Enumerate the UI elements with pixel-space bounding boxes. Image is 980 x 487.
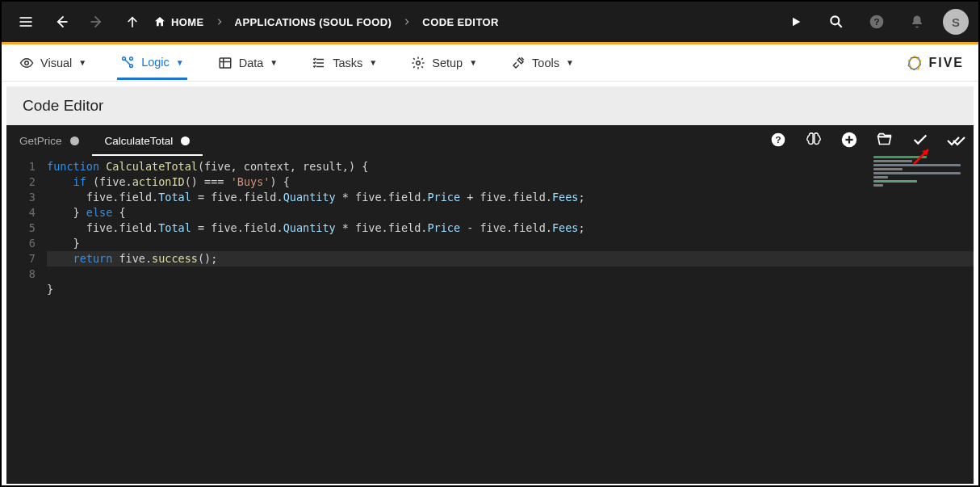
file-tab-label: GetPrice [19, 135, 62, 147]
breadcrumb: HOME APPLICATIONS (SOUL FOOD) CODE EDITO… [153, 15, 499, 28]
tab-setup[interactable]: Setup ▼ [408, 48, 480, 78]
unsaved-dot-icon [70, 136, 79, 145]
code-content[interactable]: function CalculateTotal(five, context, r… [47, 156, 974, 484]
up-icon[interactable] [118, 7, 147, 36]
topbar-right: ? S [781, 7, 969, 36]
line-number: 5 [15, 220, 36, 236]
logo-text: FIVE [928, 56, 964, 70]
forward-icon [82, 7, 111, 36]
file-tab-getprice[interactable]: GetPrice [6, 125, 92, 156]
editor-help-icon[interactable]: ? [767, 128, 789, 151]
file-tab-calculatetotal[interactable]: CalculateTotal [92, 125, 203, 156]
tab-tasks-label: Tasks [333, 57, 362, 69]
chevron-right-icon [398, 18, 416, 26]
breadcrumb-page-label: CODE EDITOR [422, 16, 498, 28]
code-area[interactable]: 1 2 3 4 5 6 7 8 function CalculateTotal(… [6, 156, 974, 484]
breadcrumb-applications[interactable]: APPLICATIONS (SOUL FOOD) [235, 16, 392, 28]
check-all-icon[interactable] [944, 128, 967, 151]
chevron-down-icon: ▼ [566, 58, 574, 67]
line-number: 3 [15, 190, 36, 205]
logo-icon [906, 54, 923, 72]
folder-open-icon[interactable] [873, 128, 896, 151]
five-logo: FIVE [906, 54, 964, 72]
chevron-down-icon: ▼ [78, 58, 86, 67]
breadcrumb-home[interactable]: HOME [153, 15, 204, 28]
tab-data[interactable]: Data ▼ [215, 48, 282, 78]
svg-point-13 [130, 65, 133, 68]
svg-point-11 [25, 61, 29, 65]
chevron-down-icon: ▼ [369, 58, 377, 67]
tab-logic[interactable]: Logic ▼ [117, 47, 187, 80]
svg-text:?: ? [775, 134, 781, 145]
svg-text:?: ? [873, 16, 879, 27]
brain-icon[interactable] [802, 128, 825, 151]
avatar[interactable]: S [943, 9, 969, 35]
breadcrumb-app-label: APPLICATIONS (SOUL FOOD) [235, 16, 392, 28]
tasks-icon [312, 56, 326, 70]
svg-point-21 [417, 61, 421, 65]
chevron-down-icon: ▼ [469, 58, 477, 67]
bell-icon[interactable] [903, 7, 932, 36]
svg-line-8 [838, 23, 842, 27]
svg-rect-15 [220, 58, 231, 68]
editor-actions: ? [767, 128, 967, 151]
tab-logic-label: Logic [141, 56, 170, 69]
tools-icon [511, 56, 526, 70]
line-number: 6 [15, 236, 36, 251]
tab-visual-label: Visual [40, 57, 72, 69]
top-bar: HOME APPLICATIONS (SOUL FOOD) CODE EDITO… [2, 2, 978, 42]
eye-icon [19, 56, 34, 70]
avatar-initial: S [952, 15, 960, 29]
main-tabbar: Visual ▼ Logic ▼ Data ▼ Tasks ▼ Setup ▼ … [2, 44, 978, 82]
logic-icon [120, 55, 135, 69]
chevron-down-icon: ▼ [270, 58, 278, 67]
tab-data-label: Data [239, 57, 264, 69]
search-icon[interactable] [822, 7, 851, 36]
unsaved-dot-icon [181, 136, 190, 145]
page-title: Code Editor [6, 86, 974, 125]
line-number: 2 [15, 174, 36, 190]
gear-icon [411, 56, 425, 70]
tab-setup-label: Setup [432, 57, 463, 69]
svg-marker-6 [793, 18, 800, 27]
page-title-text: Code Editor [23, 97, 103, 115]
breadcrumb-home-label: HOME [171, 16, 204, 28]
breadcrumb-code-editor[interactable]: CODE EDITOR [422, 16, 498, 28]
tab-tools-label: Tools [532, 57, 559, 69]
line-number: 8 [15, 267, 36, 282]
chevron-down-icon: ▼ [176, 58, 184, 67]
file-tab-label: CalculateTotal [105, 135, 174, 147]
data-icon [218, 56, 232, 70]
hamburger-menu-icon[interactable] [11, 7, 40, 36]
chevron-right-icon [211, 18, 228, 26]
home-icon [153, 15, 166, 28]
line-number: 4 [15, 205, 36, 220]
play-icon[interactable] [781, 7, 810, 36]
line-number: 7 [15, 251, 36, 267]
add-icon[interactable] [838, 128, 861, 151]
line-number: 1 [15, 159, 36, 174]
editor: GetPrice CalculateTotal ? [6, 125, 974, 484]
svg-point-7 [831, 16, 839, 24]
tab-tasks[interactable]: Tasks ▼ [308, 48, 380, 78]
back-icon[interactable] [47, 7, 76, 36]
tab-visual[interactable]: Visual ▼ [16, 48, 90, 78]
svg-point-12 [123, 57, 126, 61]
check-icon[interactable] [909, 128, 932, 151]
tab-tools[interactable]: Tools ▼ [508, 48, 577, 78]
help-icon[interactable]: ? [862, 7, 891, 36]
gutter: 1 2 3 4 5 6 7 8 [6, 156, 47, 484]
svg-point-14 [130, 57, 133, 61]
